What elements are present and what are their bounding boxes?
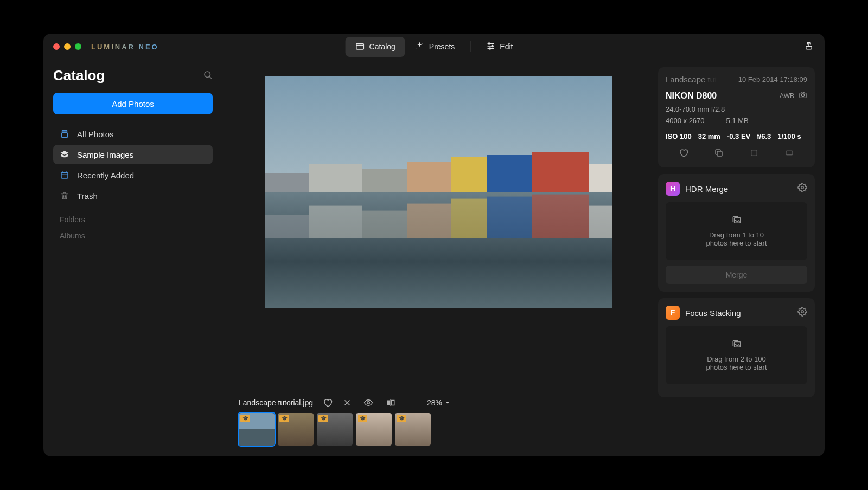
thumbnail[interactable]: 🎓 [317,413,353,446]
camera-icon [799,91,807,101]
sample-badge-icon: 🎓 [358,415,367,422]
close-window-button[interactable] [53,43,60,50]
favorite-button[interactable] [323,398,333,408]
sidebar-item-label: Sample Images [77,150,133,159]
svg-rect-24 [751,150,757,156]
copy-button[interactable] [714,148,724,160]
exif-aperture: f/6.3 [757,132,771,140]
svg-rect-14 [61,173,68,179]
preview-toggle-button[interactable] [362,398,375,408]
hdr-drop-line2: photos here to start [706,239,767,247]
tab-presets[interactable]: Presets [405,37,464,57]
share-button[interactable] [804,41,814,53]
app-window: LUMINAR NEO Catalog Presets Edit Catal [43,34,825,456]
graduation-cap-icon [60,150,69,159]
svg-point-10 [205,72,210,78]
svg-point-22 [801,94,804,96]
frame-button[interactable] [784,148,794,160]
focus-drop-line1: Drag from 2 to 100 [706,355,767,363]
svg-rect-19 [392,401,394,405]
main-area: Landscape tutorial.jpg 28% 🎓 🎓 🎓 🎓 🎓 [222,60,654,456]
app-body: Catalog Add Photos All Photos Sample Ima… [43,60,825,456]
focus-title: Focus Stacking [685,308,792,318]
thumbnail[interactable]: 🎓 [278,413,314,446]
svg-point-6 [488,43,490,44]
zoom-value: 28% [427,398,442,407]
folder-icon [355,41,365,53]
svg-point-17 [367,402,370,404]
zoom-dropdown[interactable]: 28% [427,398,451,407]
thumbnail[interactable]: 🎓 [356,413,392,446]
tab-edit[interactable]: Edit [476,37,522,57]
hdr-icon: H [666,182,680,196]
focus-drop-zone[interactable]: Drag from 2 to 100 photos here to start [666,326,807,384]
sidebar-item-sample-images[interactable]: Sample Images [53,145,213,164]
hdr-settings-button[interactable] [797,183,807,195]
sidebar-section-folders[interactable]: Folders [53,205,213,227]
trash-icon [60,191,69,201]
minimize-window-button[interactable] [64,43,71,50]
meta-datetime: 10 Feb 2014 17:18:09 [738,75,807,83]
tab-separator [470,41,470,52]
search-button[interactable] [203,70,213,82]
svg-point-2 [417,48,418,49]
sidebar-item-all-photos[interactable]: All Photos [53,124,213,144]
exif-ev: -0.3 EV [727,132,750,140]
focus-drop-line2: photos here to start [706,363,767,371]
sidebar-item-recently-added[interactable]: Recently Added [53,165,213,185]
favorite-button[interactable] [679,148,688,160]
maximize-window-button[interactable] [75,43,81,50]
svg-rect-12 [62,130,67,132]
sample-badge-icon: 🎓 [279,415,289,422]
stack-icon [60,129,69,139]
recent-icon [60,170,69,180]
svg-rect-9 [806,47,812,49]
svg-point-28 [801,311,804,313]
meta-filename: Landscape tut [666,75,717,84]
current-filename: Landscape tutorial.jpg [239,398,313,407]
meta-actions [666,148,807,160]
svg-rect-25 [786,151,793,155]
images-icon [732,215,742,227]
svg-point-7 [492,45,493,47]
svg-rect-18 [387,401,390,405]
hdr-merge-panel: H HDR Merge Drag from 1 to 10 photos her… [658,174,815,292]
main-tabs: Catalog Presets Edit [346,37,523,57]
crop-button[interactable] [749,148,759,160]
tab-catalog[interactable]: Catalog [346,37,405,57]
sidebar-title: Catalog [53,67,105,84]
images-icon [732,339,742,351]
sidebar: Catalog Add Photos All Photos Sample Ima… [43,60,222,456]
thumbnail[interactable]: 🎓 [395,413,431,446]
image-preview[interactable] [265,76,612,308]
sample-badge-icon: 🎓 [240,415,250,422]
meta-camera: NIKON D800 [666,91,717,101]
reject-button[interactable] [342,398,352,408]
meta-lens: 24.0-70.0 mm f/2.8 [666,105,807,113]
svg-point-1 [422,43,423,44]
exif-iso: ISO 100 [666,132,692,140]
exif-shutter: 1/100 s [777,132,801,140]
hdr-drop-zone[interactable]: Drag from 1 to 10 photos here to start [666,202,807,260]
hdr-title: HDR Merge [685,184,792,194]
focus-icon: F [666,306,680,320]
svg-point-26 [801,186,804,189]
titlebar: LUMINAR NEO Catalog Presets Edit [43,34,825,60]
sample-badge-icon: 🎓 [397,415,406,422]
sidebar-section-albums[interactable]: Albums [53,227,213,243]
exif-focal: 32 mm [698,132,720,140]
sidebar-item-trash[interactable]: Trash [53,186,213,205]
compare-button[interactable] [385,398,397,408]
add-photos-button[interactable]: Add Photos [53,93,213,114]
focus-stacking-panel: F Focus Stacking Drag from 2 to 100 phot… [658,298,815,397]
tab-presets-label: Presets [429,42,455,51]
focus-settings-button[interactable] [797,307,807,319]
sidebar-item-label: Trash [77,191,98,201]
sidebar-item-label: Recently Added [77,171,134,180]
sliders-icon [486,41,495,53]
tab-edit-label: Edit [500,42,513,51]
svg-point-8 [489,48,490,49]
hdr-merge-button[interactable]: Merge [666,266,807,284]
sidebar-header: Catalog [53,67,213,84]
thumbnail[interactable]: 🎓 [239,413,275,446]
